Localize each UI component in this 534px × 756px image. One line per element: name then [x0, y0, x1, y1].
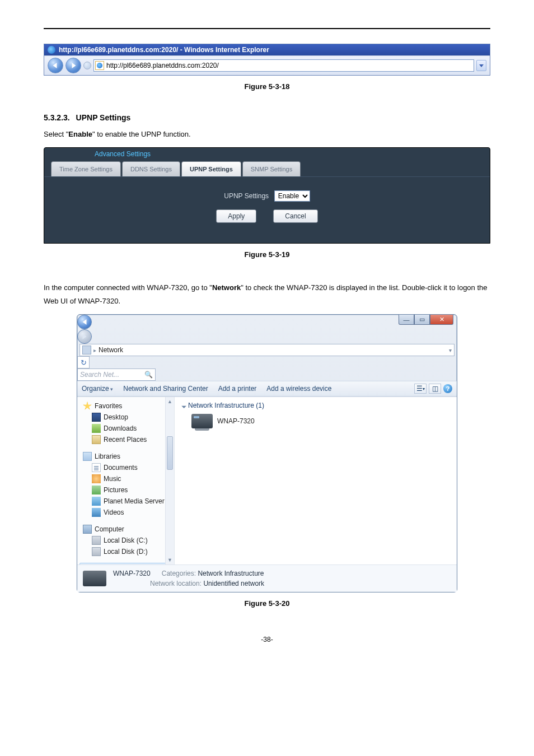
toolbar-network-sharing[interactable]: Network and Sharing Center — [123, 385, 208, 393]
details-cat-value: Network Infrastructure — [198, 570, 264, 577]
sidebar-documents[interactable]: Documents — [79, 462, 172, 473]
explorer-back-button[interactable] — [77, 315, 92, 329]
tab-ddns[interactable]: DDNS Settings — [122, 161, 180, 176]
ie-address-dropdown[interactable] — [476, 60, 486, 71]
star-icon — [83, 402, 92, 410]
sidebar-desktop[interactable]: Desktop — [79, 412, 172, 423]
window-maximize-button[interactable]: ▭ — [414, 315, 430, 325]
tab-snmp[interactable]: SNMP Settings — [242, 161, 301, 176]
router-icon — [191, 414, 213, 428]
sidebar-recent-places[interactable]: Recent Places — [79, 434, 172, 445]
explorer-content: Network Infrastructure (1) WNAP-7320 — [175, 397, 457, 564]
desktop-icon — [92, 413, 101, 422]
toolbar-organize[interactable]: Organize — [82, 385, 113, 393]
disk-icon — [92, 547, 101, 556]
tab-time-zone[interactable]: Time Zone Settings — [51, 161, 121, 176]
explorer-body: Favorites Desktop Downloads Recent Place… — [77, 396, 457, 564]
device-label: WNAP-7320 — [217, 417, 255, 425]
explorer-search-input[interactable]: Search Net... 🔍 — [77, 368, 156, 381]
help-button[interactable]: ? — [443, 384, 452, 393]
upnp-settings-label: UPNP Settings — [224, 192, 269, 200]
search-placeholder: Search Net... — [80, 371, 119, 379]
explorer-forward-button[interactable] — [77, 329, 92, 344]
details-router-icon — [83, 571, 106, 586]
ie-address-bar[interactable]: http://pl66e689.planetddns.com:2020/ — [93, 59, 474, 72]
advanced-settings-panel: Advanced Settings Time Zone Settings DDN… — [44, 147, 490, 244]
ie-recent-dropdown[interactable] — [83, 62, 91, 69]
search-icon: 🔍 — [144, 371, 153, 379]
music-icon — [92, 474, 101, 483]
libraries-icon — [83, 452, 92, 461]
ie-logo-icon — [48, 46, 55, 54]
window-minimize-button[interactable]: — — [399, 315, 414, 325]
advanced-settings-body: UPNP Settings Enable Apply Cancel — [44, 176, 490, 228]
ie-toolbar: http://pl66e689.planetddns.com:2020/ — [44, 55, 490, 75]
ie-forward-button[interactable] — [65, 58, 81, 73]
network-icon — [82, 346, 91, 354]
breadcrumb-dropdown-icon[interactable]: ▾ — [449, 347, 452, 353]
cancel-button[interactable]: Cancel — [273, 209, 317, 223]
tab-upnp[interactable]: UPNP Settings — [181, 161, 241, 176]
sidebar-favorites[interactable]: Favorites — [79, 400, 172, 412]
toolbar-add-printer[interactable]: Add a printer — [218, 385, 257, 393]
apply-button[interactable]: Apply — [216, 209, 256, 223]
documents-icon — [92, 463, 101, 472]
figure-caption-5-3-20: Figure 5-3-20 — [44, 599, 490, 608]
sidebar-computer[interactable]: Computer — [79, 524, 172, 535]
details-text: WNAP-7320 Categories: Network Infrastruc… — [113, 568, 264, 589]
ie-page-icon — [95, 61, 104, 70]
details-cat-label: Categories: — [162, 570, 196, 577]
sidebar-downloads[interactable]: Downloads — [79, 423, 172, 434]
pictures-icon — [92, 486, 101, 494]
details-name: WNAP-7320 — [113, 570, 151, 577]
view-buttons: ☰▾ ◫ ? — [414, 384, 452, 394]
window-close-button[interactable]: ✕ — [430, 315, 453, 325]
details-loc-value: Unidentified network — [203, 580, 264, 587]
explorer-refresh-button[interactable]: ↻ — [77, 356, 90, 368]
scroll-thumb[interactable] — [167, 436, 173, 470]
details-loc-label: Network location: — [150, 580, 202, 587]
content-section-header[interactable]: Network Infrastructure (1) — [180, 400, 451, 410]
upnp-intro: Select "Enable" to enable the UPNP funct… — [44, 128, 490, 142]
network-instruction: In the computer connected with WNAP-7320… — [44, 281, 490, 309]
ie-window-title: http://pl66e689.planetddns.com:2020/ - W… — [59, 46, 269, 54]
device-item-wnap[interactable]: WNAP-7320 — [180, 410, 451, 432]
explorer-breadcrumb[interactable]: ▸ Network ▾ — [79, 344, 455, 356]
sidebar-disk-c[interactable]: Local Disk (C:) — [79, 535, 172, 546]
sidebar-network[interactable]: Network — [79, 563, 172, 564]
disk-icon — [92, 536, 101, 545]
section-title: UPNP Settings — [76, 113, 131, 122]
window-control-buttons: — ▭ ✕ — [399, 315, 453, 325]
ie-back-button[interactable] — [48, 58, 63, 73]
sidebar-disk-d[interactable]: Local Disk (D:) — [79, 546, 172, 557]
downloads-icon — [92, 424, 101, 433]
explorer-toolbar: Organize Network and Sharing Center Add … — [77, 381, 457, 396]
explorer-window: — ▭ ✕ ▸ Network ▾ ↻ Search Net... 🔍 Orga… — [77, 314, 457, 592]
videos-icon — [92, 508, 101, 517]
computer-icon — [83, 525, 92, 534]
sidebar-planet-media[interactable]: Planet Media Server — [79, 496, 172, 507]
figure-caption-5-3-18: Figure 5-3-18 — [44, 82, 490, 91]
sidebar-libraries[interactable]: Libraries — [79, 451, 172, 462]
advanced-settings-title: Advanced Settings — [44, 148, 490, 161]
preview-pane-button[interactable]: ◫ — [429, 384, 441, 394]
advanced-settings-tabs: Time Zone Settings DDNS Settings UPNP Se… — [44, 161, 490, 176]
scroll-up-icon[interactable]: ▲ — [166, 397, 174, 406]
header-rule — [44, 28, 490, 29]
sidebar-scrollbar[interactable]: ▲ ▼ — [165, 397, 174, 564]
upnp-enable-select[interactable]: Enable — [274, 190, 310, 202]
ie-window: http://pl66e689.planetddns.com:2020/ - W… — [44, 44, 490, 76]
explorer-details-pane: WNAP-7320 Categories: Network Infrastruc… — [77, 564, 457, 592]
breadcrumb-network: Network — [99, 346, 123, 354]
sidebar-pictures[interactable]: Pictures — [79, 484, 172, 496]
media-server-icon — [92, 497, 101, 506]
ie-title-bar: http://pl66e689.planetddns.com:2020/ - W… — [44, 44, 490, 55]
section-number: 5.3.2.3. — [44, 113, 70, 122]
ie-address-text: http://pl66e689.planetddns.com:2020/ — [106, 62, 219, 69]
toolbar-add-wireless[interactable]: Add a wireless device — [266, 385, 331, 393]
sidebar-music[interactable]: Music — [79, 473, 172, 484]
explorer-sidebar: Favorites Desktop Downloads Recent Place… — [77, 397, 175, 564]
sidebar-videos[interactable]: Videos — [79, 507, 172, 518]
view-mode-button[interactable]: ☰▾ — [414, 384, 427, 394]
scroll-down-icon[interactable]: ▼ — [166, 556, 174, 564]
